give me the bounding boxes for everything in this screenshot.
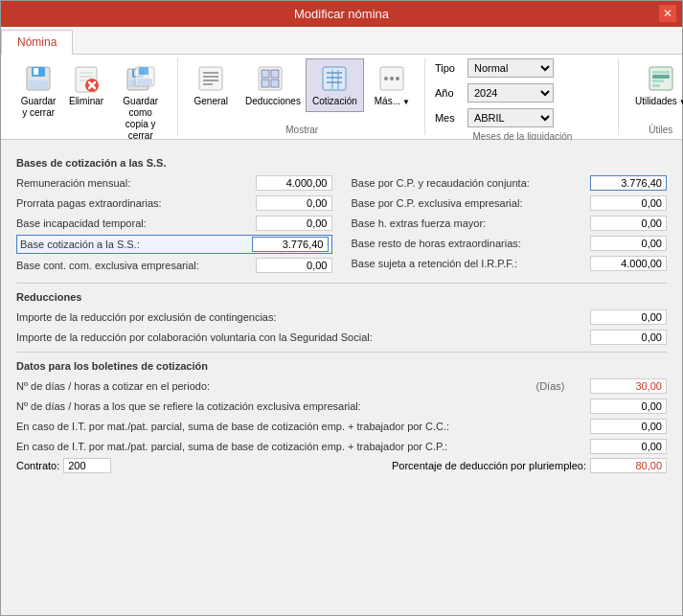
remuneracion-label: Remuneración mensual: [16,177,256,189]
deducciones-label: Deducciones [245,96,295,107]
it-cc-row: En caso de I.T. por mat./pat. parcial, s… [16,418,667,435]
base-horas-label: Base h. extras fuerza mayor: [352,217,591,229]
contrato-value[interactable] [63,458,111,473]
window-title: Modificar nómina [294,7,389,21]
ribbon-tabs: Nómina [1,27,682,55]
dias-excl-label: Nº de días / horas a los que se refiere … [16,400,534,412]
guardar-label: Guardar y cerrar [21,96,57,119]
guardar-como-button[interactable]: Guardar como copia y cerrar [112,58,170,147]
guardar-como-label: Guardar como copia y cerrar [119,96,163,142]
utilidades-label: Utilidades [635,96,677,107]
base-cotizacion-row: Base cotización a la S.S.: [16,235,332,254]
dias-excl-value[interactable] [590,399,667,414]
base-irpf-row: Base sujeta a retención del I.R.P.F.: [352,255,668,272]
ribbon-group-meses: Tipo Normal Especial Año 2024 2023 2022 [427,58,619,135]
reducciones-title: Reducciones [16,291,667,303]
svg-point-36 [390,77,394,80]
base-incapacidad-value[interactable] [256,216,332,231]
anio-label: Año [435,87,464,99]
svg-rect-26 [262,80,269,87]
cotizacion-button[interactable]: Cotización [306,58,364,112]
it-cp-label: En caso de I.T. por mat./pat. parcial, s… [16,441,534,452]
reduccion-colab-row: Importe de la reducción por colaboración… [16,329,667,346]
general-button[interactable]: General [188,58,236,112]
boletines-title: Datos para los boletines de cotización [16,360,667,372]
reduccion-excl-label: Importe de la reducción por exclusión de… [16,311,543,323]
base-resto-label: Base resto de horas extraordinarias: [352,238,591,249]
it-cp-row: En caso de I.T. por mat./pat. parcial, s… [16,438,667,455]
contrato-porcentaje-row: Contrato: Porcentaje de deducción por pl… [16,458,667,473]
mas-icon [376,63,407,94]
base-cp-excl-value[interactable] [590,195,667,211]
dias-periodo-value[interactable] [590,378,667,394]
eliminar-button[interactable]: Eliminar [64,58,108,112]
svg-rect-27 [271,80,279,87]
it-cp-value[interactable] [590,439,667,454]
deducciones-icon [255,63,285,94]
deducciones-button[interactable]: Deducciones [239,58,302,112]
eliminar-label: Eliminar [69,96,103,107]
ribbon-group-mostrar: General Deduc [180,58,425,135]
boletines-fields: Nº de días / horas a cotizar en el perio… [16,377,667,473]
bases-right: Base por C.P. y recaudación conjunta: Ba… [352,174,668,277]
it-cc-label: En caso de I.T. por mat./pat. parcial, s… [16,421,534,432]
svg-rect-3 [29,80,48,89]
contrato-group: Contrato: [16,458,111,473]
svg-rect-2 [34,68,38,75]
base-cp-label: Base por C.P. y recaudación conjunta: [352,177,591,189]
close-button[interactable]: ✕ [659,5,676,22]
anio-select[interactable]: 2024 2023 2022 [467,83,554,103]
tipo-select[interactable]: Normal Especial [467,58,554,78]
general-icon [195,63,226,94]
utilidades-dropdown-icon: ▼ [679,98,683,106]
it-cc-value[interactable] [590,419,667,434]
svg-rect-40 [652,71,670,74]
utilidades-icon [646,63,676,94]
dias-periodo-row: Nº de días / horas a cotizar en el perio… [16,377,667,395]
bases-section-title: Bases de cotización a las S.S. [16,157,667,169]
mas-label: Más... [375,96,400,107]
base-incapacidad-label: Base incapacidad temporal: [16,217,256,229]
svg-point-37 [396,77,399,80]
base-cp-value[interactable] [590,175,667,191]
contrato-label: Contrato: [16,460,59,471]
base-irpf-value[interactable] [590,256,667,271]
prorrata-value[interactable] [256,195,332,211]
utiles-label: Útiles [649,121,672,135]
mes-select[interactable]: ABRIL ENERO FEBRERO MARZO MAYO [467,108,554,127]
porcentaje-label: Porcentaje de deducción por pluriempleo: [392,460,586,471]
ribbon-group-mantenimiento: Guardar y cerrar [9,58,178,135]
base-resto-row: Base resto de horas extraordinarias: [352,235,668,252]
base-cont-row: Base cont. com. exclusiva empresarial: [16,257,332,274]
cotizacion-icon [319,63,350,94]
reduccion-colab-label: Importe de la reducción por colaboración… [16,331,543,343]
base-horas-value[interactable] [590,216,667,231]
svg-rect-17 [137,79,152,85]
base-resto-value[interactable] [590,236,667,251]
tab-nomina[interactable]: Nómina [1,30,73,55]
base-cotizacion-value[interactable] [252,237,329,252]
general-label: General [194,96,229,107]
main-window: Modificar nómina ✕ Nómina [0,0,683,616]
ribbon: Guardar y cerrar [1,55,682,140]
main-content: Bases de cotización a las S.S. Remunerac… [1,140,682,615]
base-cont-label: Base cont. com. exclusiva empresarial: [16,260,256,271]
remuneracion-value[interactable] [256,175,332,191]
base-cp-excl-row: Base por C.P. exclusiva empresarial: [352,194,668,212]
base-irpf-label: Base sujeta a retención del I.R.P.F.: [352,258,591,269]
title-bar: Modificar nómina ✕ [1,1,682,27]
mas-button[interactable]: Más... ▼ [368,58,417,112]
base-cont-value[interactable] [256,258,332,273]
delete-icon [71,63,102,94]
porcentaje-value[interactable] [590,458,667,473]
porcentaje-group: Porcentaje de deducción por pluriempleo: [392,458,667,473]
utilidades-button[interactable]: Utilidades ▼ [628,58,683,112]
reduccion-colab-value[interactable] [590,330,667,345]
svg-rect-18 [199,67,222,90]
reduccion-excl-value[interactable] [590,309,667,325]
guardar-button[interactable]: Guardar y cerrar [16,58,60,124]
dias-excl-row: Nº de días / horas a los que se refiere … [16,398,667,415]
base-cotizacion-label: Base cotización a la S.S.: [20,239,252,250]
tipo-field: Tipo Normal Especial [435,58,610,78]
ribbon-group-utiles: Utilidades ▼ Útiles [621,58,683,135]
